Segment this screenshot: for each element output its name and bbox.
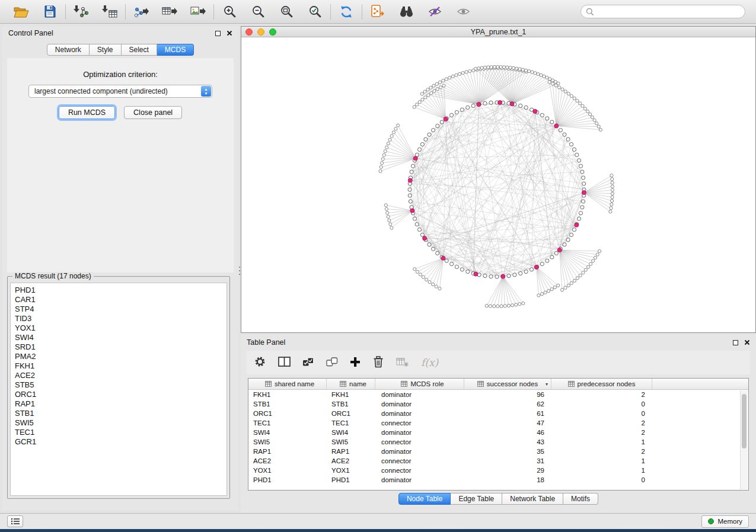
network-window-title: YPA_prune.txt_1 <box>241 28 755 36</box>
refresh-group <box>331 2 362 21</box>
column-header-name[interactable]: name <box>327 379 375 389</box>
table-cell: dominator <box>375 429 464 436</box>
result-node[interactable]: FKH1 <box>15 361 227 371</box>
show-all-button[interactable] <box>454 2 473 21</box>
result-node[interactable]: GCR1 <box>15 437 227 447</box>
tab-edge-table[interactable]: Edge Table <box>451 493 502 505</box>
export-table-button[interactable] <box>160 2 179 21</box>
table-row[interactable]: STB1STB1dominator620 <box>248 399 740 409</box>
result-node[interactable]: STB1 <box>15 409 227 418</box>
tab-network-table[interactable]: Network Table <box>502 493 563 505</box>
export-network-button[interactable] <box>132 2 151 21</box>
column-menu-icon[interactable]: ▾ <box>546 382 548 387</box>
zoom-fit-button[interactable] <box>277 2 296 21</box>
apply-layout-button[interactable] <box>337 2 356 21</box>
result-node[interactable]: CAR1 <box>15 295 227 305</box>
zoom-selected-icon <box>308 5 322 18</box>
tab-select[interactable]: Select <box>122 44 157 56</box>
result-node[interactable]: STP4 <box>15 305 227 314</box>
table-panel-header: Table Panel <box>241 335 756 350</box>
mcds-buttons: Run MCDS Close panel <box>7 106 234 119</box>
column-header-predecessor-nodes[interactable]: predecessor nodes <box>551 379 652 389</box>
table-scrollbar[interactable] <box>740 390 748 489</box>
result-node[interactable]: PHD1 <box>15 286 227 295</box>
table-cell: dominator <box>375 448 464 455</box>
tab-mcds[interactable]: MCDS <box>157 44 194 56</box>
open-session-button[interactable] <box>12 2 31 21</box>
show-columns-button[interactable] <box>278 356 291 369</box>
close-panel-button[interactable]: Close panel <box>124 106 182 119</box>
result-node[interactable]: ACE2 <box>15 371 227 380</box>
mcds-result-list[interactable]: PHD1CAR1STP4TID3YOX1SWI4SRD1PMA2FKH1ACE2… <box>10 283 227 496</box>
table-cell: ORC1 <box>248 410 327 417</box>
close-table-panel-icon[interactable] <box>744 339 750 345</box>
scrollbar-thumb[interactable] <box>742 394 747 448</box>
find-button[interactable] <box>397 2 416 21</box>
search-box[interactable] <box>580 5 745 18</box>
criterion-dropdown[interactable]: largest connected component (undirected)… <box>28 85 212 98</box>
table-settings-button[interactable] <box>254 355 266 370</box>
zoom-in-icon <box>223 5 237 18</box>
result-node[interactable]: TID3 <box>15 314 227 323</box>
zoom-out-button[interactable] <box>248 2 267 21</box>
table-row[interactable]: SWI5SWI5connector431 <box>248 437 740 447</box>
network-canvas[interactable] <box>241 37 755 332</box>
table-cell: 1 <box>551 457 652 464</box>
table-row[interactable]: FKH1FKH1dominator962 <box>248 390 740 399</box>
table-cell: 43 <box>464 438 551 446</box>
result-node[interactable]: SRD1 <box>15 342 227 352</box>
view-group <box>362 2 479 21</box>
table-cell: YOX1 <box>248 467 327 474</box>
delete-column-button[interactable] <box>372 355 384 370</box>
close-panel-icon[interactable] <box>227 30 232 36</box>
save-session-button[interactable] <box>40 2 59 21</box>
table-cell: dominator <box>375 391 464 398</box>
tab-node-table[interactable]: Node Table <box>398 493 451 505</box>
table-row[interactable]: SWI4SWI4dominator462 <box>248 428 740 437</box>
table-cell: 47 <box>464 419 551 427</box>
optimization-label: Optimization criterion: <box>7 58 234 79</box>
deselect-all-button[interactable] <box>326 357 338 368</box>
column-header-shared-name[interactable]: shared name <box>248 379 327 389</box>
panel-menu-button[interactable] <box>7 515 23 527</box>
result-node[interactable]: SWI4 <box>15 333 227 342</box>
table-cell: connector <box>375 438 464 446</box>
result-node[interactable]: RAP1 <box>15 399 227 409</box>
result-node[interactable]: YOX1 <box>15 323 227 333</box>
table-row[interactable]: ORC1ORC1dominator610 <box>248 409 740 418</box>
result-node[interactable]: TEC1 <box>15 428 227 437</box>
hide-selected-button[interactable] <box>425 2 444 21</box>
mcds-result-group: MCDS result (17 nodes) PHD1CAR1STP4TID3Y… <box>7 276 230 499</box>
add-column-button[interactable] <box>350 357 361 369</box>
table-row[interactable]: RAP1RAP1dominator352 <box>248 447 740 456</box>
run-mcds-button[interactable]: Run MCDS <box>59 106 115 119</box>
network-window-titlebar: YPA_prune.txt_1 <box>241 27 755 37</box>
column-header-successor-nodes[interactable]: successor nodes▾ <box>464 379 551 389</box>
search-input[interactable] <box>597 8 740 16</box>
tab-network[interactable]: Network <box>47 44 90 56</box>
clone-network-button[interactable] <box>368 2 387 21</box>
select-all-button[interactable] <box>302 357 314 368</box>
zoom-in-button[interactable] <box>220 2 239 21</box>
result-node[interactable]: STB5 <box>15 380 227 390</box>
tab-style[interactable]: Style <box>90 44 122 56</box>
float-table-panel-icon[interactable] <box>733 340 738 345</box>
memory-button[interactable]: Memory <box>701 515 749 528</box>
result-node[interactable]: SWI5 <box>15 418 227 428</box>
export-image-button[interactable] <box>189 2 208 21</box>
tab-motifs[interactable]: Motifs <box>563 493 598 505</box>
import-network-button[interactable] <box>72 2 91 21</box>
table-row[interactable]: TEC1TEC1connector472 <box>248 418 740 428</box>
import-table-button[interactable] <box>100 2 119 21</box>
float-panel-icon[interactable] <box>215 31 221 36</box>
columns-icon <box>278 356 291 367</box>
control-panel-tabs: NetworkStyleSelectMCDS <box>2 44 238 56</box>
result-node[interactable]: ORC1 <box>15 390 227 399</box>
column-header-MCDS-role[interactable]: MCDS role <box>375 379 464 389</box>
table-cell: 35 <box>464 448 551 455</box>
table-row[interactable]: PHD1PHD1dominator180 <box>248 475 740 485</box>
zoom-selected-button[interactable] <box>305 2 324 21</box>
result-node[interactable]: PMA2 <box>15 352 227 361</box>
table-row[interactable]: YOX1YOX1connector291 <box>248 466 740 475</box>
table-row[interactable]: ACE2ACE2connector311 <box>248 456 740 466</box>
